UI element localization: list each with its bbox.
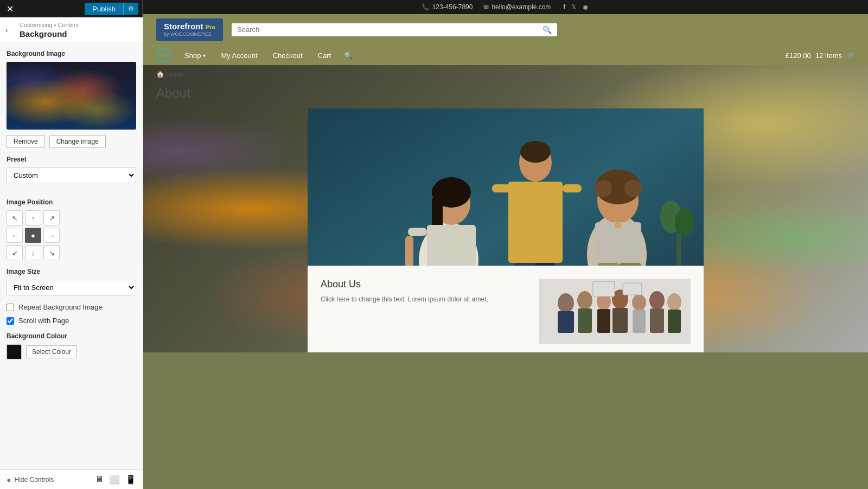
social-icons: f 𝕏 ◉ (561, 3, 590, 11)
site-logo[interactable]: Storefront Pro by WOOCOMMERCE (156, 18, 223, 41)
svg-point-22 (624, 180, 642, 197)
cart-icon: 🛒 (846, 52, 855, 60)
svg-point-23 (610, 170, 626, 185)
colour-row: Select Colour (7, 344, 136, 359)
bg-image-inner (7, 62, 136, 130)
home-link[interactable]: Home (166, 70, 183, 78)
svg-point-41 (577, 291, 592, 310)
svg-point-51 (667, 293, 681, 311)
svg-rect-48 (633, 310, 646, 333)
close-button[interactable]: ✕ (4, 2, 16, 16)
pos-middle-right[interactable]: → (43, 228, 60, 243)
pos-middle-left[interactable]: ← (7, 228, 23, 243)
scroll-page-checkbox[interactable] (7, 317, 14, 325)
mobile-icon[interactable]: 📱 (125, 474, 136, 485)
nav-right: £120.00 12 items 🛒 (786, 52, 855, 60)
select-colour-button[interactable]: Select Colour (26, 345, 77, 358)
scroll-page-row: Scroll with Page (7, 317, 136, 325)
email-info: ✉ hello@example.com (483, 3, 551, 11)
eye-icon: ● (7, 475, 11, 484)
bottom-section-image (539, 279, 691, 344)
compass-icon[interactable]: ⊕ (156, 48, 171, 63)
panel-title: Background (20, 29, 136, 38)
cart-info[interactable]: £120.00 12 items 🛒 (786, 52, 855, 60)
phone-icon: 📞 (422, 3, 430, 11)
repeat-bg-label[interactable]: Repeat Background Image (18, 303, 103, 311)
bg-image-label: Background Image (7, 50, 136, 57)
svg-rect-44 (597, 309, 610, 333)
content-breadcrumb: 🏠 Home › About (143, 65, 868, 83)
device-icons: 🖥 ⬜ 📱 (95, 474, 136, 485)
group-photo-illustration (539, 279, 691, 344)
logo-pro: Pro (206, 24, 215, 30)
breadcrumb-path: Customising • Content (20, 22, 136, 28)
nav-checkout[interactable]: Checkout (266, 46, 309, 65)
shop-chevron: ▾ (203, 53, 206, 59)
desktop-icon[interactable]: 🖥 (95, 474, 104, 485)
site-topbar: 📞 123-456-7890 ✉ hello@example.com f 𝕏 ◉ (143, 0, 868, 14)
publish-button[interactable]: Publish (85, 3, 123, 15)
image-position-label: Image Position (7, 198, 136, 206)
pos-bottom-right[interactable]: ↘ (43, 245, 60, 260)
pos-top-left[interactable]: ↖ (7, 210, 23, 226)
svg-rect-53 (593, 281, 615, 297)
publish-gear-button[interactable]: ⚙ (123, 3, 138, 15)
nav-links: Shop ▾ My Account Checkout Cart 🔍 (178, 46, 786, 65)
nav-search-icon[interactable]: 🔍 (340, 46, 357, 65)
nav-cart[interactable]: Cart (311, 46, 338, 65)
pos-top-right[interactable]: ↗ (43, 210, 60, 226)
email-address: hello@example.com (492, 3, 551, 11)
site-search-input[interactable] (237, 25, 538, 34)
publish-area: Publish ⚙ (85, 3, 138, 15)
breadcrumb-area: ‹ Customising • Content Background (0, 17, 143, 42)
scroll-page-label[interactable]: Scroll with Page (18, 317, 69, 325)
bg-colour-label: Background Colour (7, 332, 136, 340)
facebook-icon[interactable]: f (561, 3, 567, 11)
bg-image-preview (7, 62, 136, 130)
bottom-section-title: About Us (321, 279, 528, 290)
svg-point-49 (649, 291, 665, 310)
svg-point-47 (632, 294, 646, 311)
pos-top-center[interactable]: ↑ (25, 210, 41, 226)
tablet-icon[interactable]: ⬜ (109, 474, 120, 485)
svg-rect-5 (427, 225, 476, 268)
svg-point-27 (615, 222, 621, 228)
site-preview: 📞 123-456-7890 ✉ hello@example.com f 𝕏 ◉… (143, 0, 868, 489)
svg-rect-40 (558, 311, 574, 333)
site-search-icon: 🔍 (542, 25, 552, 34)
preset-select[interactable]: Custom Center Cover Tile (7, 168, 136, 183)
repeat-bg-checkbox[interactable] (7, 304, 14, 311)
phone-number: 123-456-7890 (432, 3, 473, 11)
pos-bottom-left[interactable]: ↙ (7, 245, 23, 260)
bottom-section-text: Click here to change this text. Lorem ip… (321, 294, 528, 304)
repeat-bg-row: Repeat Background Image (7, 303, 136, 311)
pos-middle-center[interactable]: ● (25, 228, 41, 243)
panel-content: Background Image Remove Change image Pre… (0, 42, 143, 469)
image-size-label: Image Size (7, 268, 136, 275)
customizer-panel: ✕ Publish ⚙ ‹ Customising • Content Back… (0, 0, 143, 489)
image-size-select[interactable]: Fit to Screen Fill Screen Original Size (7, 280, 136, 295)
colour-swatch[interactable] (7, 344, 22, 359)
cart-items: 12 items (815, 52, 842, 60)
nav-myaccount[interactable]: My Account (214, 46, 264, 65)
pos-bottom-center[interactable]: ↓ (25, 245, 41, 260)
site-search-bar[interactable]: 🔍 (232, 23, 557, 36)
hide-controls[interactable]: ● Hide Controls (7, 475, 54, 484)
phone-info: 📞 123-456-7890 (422, 3, 473, 11)
back-arrow[interactable]: ‹ (5, 25, 8, 34)
svg-point-36 (675, 209, 694, 236)
home-icon: 🏠 (156, 70, 164, 78)
twitter-icon[interactable]: 𝕏 (570, 3, 578, 11)
svg-point-39 (558, 293, 574, 313)
change-image-button[interactable]: Change image (49, 135, 106, 148)
nav-shop[interactable]: Shop ▾ (178, 46, 212, 65)
site-content-area: 🏠 Home › About About (143, 65, 868, 352)
bottom-text-col: About Us Click here to change this text.… (321, 279, 528, 344)
svg-rect-7 (405, 236, 413, 268)
remove-image-button[interactable]: Remove (7, 135, 45, 148)
svg-rect-13 (508, 182, 563, 263)
panel-bottom-bar: ● Hide Controls 🖥 ⬜ 📱 (0, 469, 143, 489)
instagram-icon[interactable]: ◉ (581, 3, 590, 11)
customizer-topbar: ✕ Publish ⚙ (0, 0, 143, 17)
site-nav: ⊕ Shop ▾ My Account Checkout Cart 🔍 £120… (143, 46, 868, 65)
